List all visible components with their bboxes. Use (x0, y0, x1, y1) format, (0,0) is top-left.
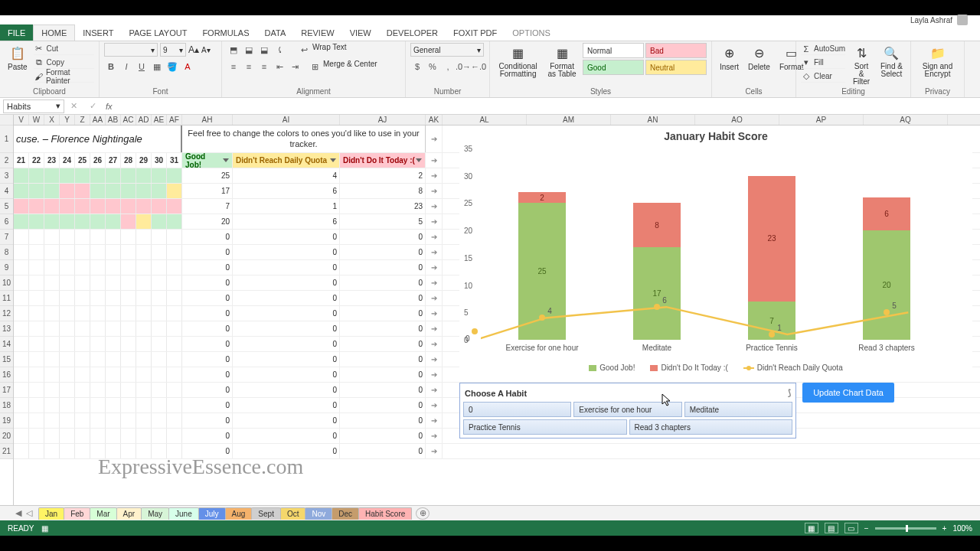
heatmap-cell[interactable] (29, 260, 44, 275)
row-header[interactable]: 18 (0, 398, 13, 413)
align-bottom-button[interactable]: ⬓ (257, 43, 271, 57)
underline-button[interactable]: U (135, 60, 149, 73)
filter-didnt[interactable]: Didn't Do It Today :( (340, 153, 426, 168)
heatmap-cell[interactable] (121, 230, 136, 244)
slicer-button[interactable]: Exercise for one hour (573, 402, 681, 417)
heatmap-cell[interactable] (167, 398, 182, 412)
heatmap-cell[interactable] (29, 337, 44, 351)
data-cell[interactable]: 0 (182, 306, 233, 321)
font-color-button[interactable]: A (181, 60, 194, 73)
heatmap-cell[interactable] (106, 199, 121, 214)
heatmap-cell[interactable] (44, 367, 60, 382)
heatmap-cell[interactable] (60, 276, 75, 290)
heatmap-cell[interactable] (90, 291, 106, 305)
style-bad[interactable]: Bad (645, 43, 707, 58)
row-header[interactable]: 11 (0, 291, 13, 306)
data-cell[interactable]: 0 (233, 367, 340, 382)
data-cell[interactable]: 8 (340, 184, 426, 198)
heatmap-cell[interactable] (44, 168, 60, 183)
heatmap-cell[interactable] (106, 383, 121, 397)
tab-file[interactable]: FILE (0, 24, 33, 41)
heatmap-cell[interactable] (121, 276, 136, 290)
tab-insert[interactable]: INSERT (75, 24, 121, 41)
heatmap-cell[interactable] (29, 214, 44, 229)
style-neutral[interactable]: Neutral (645, 60, 707, 75)
heatmap-cell[interactable] (29, 352, 44, 367)
heatmap-cell[interactable] (44, 337, 60, 351)
heatmap-cell[interactable] (44, 429, 60, 443)
row-header[interactable]: 2 (0, 153, 13, 168)
heatmap-cell[interactable] (106, 260, 121, 275)
heatmap-cell[interactable] (14, 398, 29, 412)
heatmap-cell[interactable] (152, 429, 167, 443)
clear-filter-icon[interactable]: ⟆ (788, 388, 791, 398)
heatmap-cell[interactable] (90, 306, 106, 321)
delete-cells-button[interactable]: ⊖Delete (745, 43, 773, 73)
filter-good-job[interactable]: Good Job! (182, 153, 233, 168)
arrow-icon[interactable]: ➔ (426, 367, 443, 382)
heatmap-cell[interactable] (29, 306, 44, 321)
data-cell[interactable]: 0 (182, 444, 233, 458)
chart[interactable]: January Habit Score 05101520253035225Exe… (459, 126, 972, 378)
heatmap-cell[interactable] (106, 321, 121, 336)
column-header[interactable]: Y (60, 115, 75, 125)
data-cell[interactable]: 4 (233, 168, 340, 183)
heatmap-cell[interactable] (167, 199, 182, 214)
heatmap-cell[interactable] (106, 444, 121, 458)
heatmap-cell[interactable] (121, 245, 136, 259)
heatmap-cell[interactable] (75, 306, 90, 321)
row-header[interactable]: 21 (0, 444, 13, 459)
heatmap-cell[interactable] (90, 352, 106, 367)
sheet-tab[interactable]: Sept (251, 507, 281, 520)
add-sheet-button[interactable]: ⊕ (416, 507, 430, 520)
heatmap-cell[interactable] (44, 276, 60, 290)
data-cell[interactable]: 0 (340, 337, 426, 351)
data-cell[interactable]: 0 (340, 367, 426, 382)
slicer-button[interactable]: 0 (463, 402, 571, 417)
heatmap-cell[interactable] (75, 352, 90, 367)
heatmap-cell[interactable] (121, 306, 136, 321)
heatmap-cell[interactable] (136, 429, 152, 443)
heatmap-cell[interactable] (14, 321, 29, 336)
data-cell[interactable]: 0 (182, 260, 233, 275)
heatmap-cell[interactable] (152, 291, 167, 305)
heatmap-cell[interactable] (44, 413, 60, 428)
data-cell[interactable]: 0 (182, 321, 233, 336)
arrow-icon[interactable]: ➔ (426, 429, 443, 443)
heatmap-cell[interactable] (60, 429, 75, 443)
data-cell[interactable]: 23 (340, 199, 426, 214)
heatmap-cell[interactable] (121, 429, 136, 443)
arrow-icon[interactable]: ➔ (426, 184, 443, 198)
data-cell[interactable]: 0 (340, 245, 426, 259)
heatmap-cell[interactable] (75, 214, 90, 229)
heatmap-cell[interactable] (14, 306, 29, 321)
row-header[interactable]: 8 (0, 245, 13, 260)
tab-formulas[interactable]: FORMULAS (194, 24, 256, 41)
heatmap-cell[interactable] (44, 291, 60, 305)
heatmap-cell[interactable] (152, 306, 167, 321)
heatmap-cell[interactable] (106, 184, 121, 198)
heatmap-cell[interactable] (14, 230, 29, 244)
heatmap-cell[interactable] (106, 306, 121, 321)
heatmap-cell[interactable] (90, 199, 106, 214)
heatmap-cell[interactable] (75, 413, 90, 428)
avatar[interactable] (957, 15, 968, 25)
heatmap-cell[interactable] (136, 245, 152, 259)
heatmap-cell[interactable] (152, 367, 167, 382)
data-cell[interactable]: 0 (340, 321, 426, 336)
arrow-icon[interactable]: ➔ (426, 230, 443, 244)
comma-button[interactable]: , (441, 60, 455, 73)
heatmap-cell[interactable] (14, 184, 29, 198)
heatmap-cell[interactable] (60, 398, 75, 412)
heatmap-cell[interactable] (90, 429, 106, 443)
heatmap-cell[interactable] (44, 321, 60, 336)
row-header[interactable]: 9 (0, 260, 13, 276)
heatmap-cell[interactable] (167, 337, 182, 351)
arrow-icon[interactable]: ➔ (426, 352, 443, 367)
heatmap-cell[interactable] (136, 184, 152, 198)
data-cell[interactable]: 0 (233, 291, 340, 305)
heatmap-cell[interactable] (44, 444, 60, 458)
heatmap-cell[interactable] (152, 444, 167, 458)
column-header[interactable]: AD (136, 115, 152, 125)
heatmap-cell[interactable] (90, 337, 106, 351)
